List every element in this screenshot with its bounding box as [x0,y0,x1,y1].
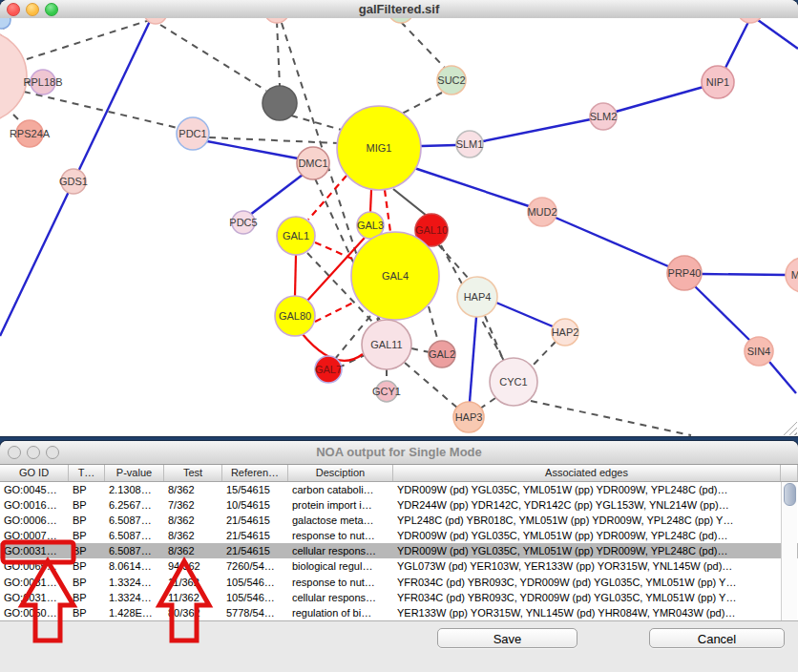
vertical-scrollbar[interactable] [781,482,797,620]
table-cell: 80/362 [164,605,222,620]
node-label: GAL10 [415,224,448,236]
network-edge[interactable] [496,303,553,326]
network-edge[interactable] [13,115,21,122]
table-cell: GO:0050… [0,605,69,620]
zoom-button[interactable] [45,3,58,16]
network-edge[interactable] [480,398,495,409]
column-header-GO ID[interactable]: GO ID [0,465,69,481]
network-edge[interactable] [385,190,390,232]
network-edge[interactable] [315,303,353,322]
table-row[interactable]: GO:0007…BP6.5087…8/36221/54615response t… [0,528,798,543]
table-row[interactable]: GO:0006…BP6.5087…8/36221/54615galactose … [0,513,798,528]
table-cell: 8/362 [164,513,222,528]
table-row[interactable]: GO:0031…BP6.5087…8/36221/54615cellular r… [0,543,798,558]
node-unlabeled[interactable] [388,18,413,23]
network-edge[interactable] [308,176,346,220]
network-edge[interactable] [405,363,458,409]
scrollbar-thumb[interactable] [784,483,796,506]
network-edge[interactable] [370,190,371,212]
network-edge[interactable] [421,145,456,146]
table-cell: 21/54615 [222,513,288,528]
table-cell: biological regul… [288,558,393,574]
column-header-Referen…[interactable]: Referen… [222,465,288,481]
network-edge[interactable] [531,342,556,368]
column-header-T…[interactable]: T… [69,465,105,481]
minimize-button[interactable] [26,3,39,16]
table-cell: BP [69,575,105,590]
network-edge[interactable] [401,22,445,68]
node-unlabeled[interactable] [262,86,297,120]
node-label: RPL18B [24,76,63,88]
network-window-title: galFiltered.sif [0,0,798,18]
table-row[interactable]: GO:0031…BP1.3324…11/362105/546…cellular … [0,590,798,605]
column-header-spacer[interactable] [781,465,798,481]
table-row[interactable]: GO:0031…BP1.3324…11/362105/546…response … [0,575,798,590]
table-cell: YDR009W (pd) YGL035C, YML051W (pp) YDR00… [393,543,781,558]
network-edge[interactable] [250,175,303,215]
table-row[interactable]: GO:0045…BP2.1308…8/36215/54615carbon cat… [0,482,798,497]
network-canvas[interactable]: RPL18BRPS24AGDS1PDC1DMC1SUC2MIG1SLM1SLM2… [0,18,798,436]
network-graph[interactable]: RPL18BRPS24AGDS1PDC1DMC1SUC2MIG1SLM1SLM2… [0,18,798,436]
network-edge[interactable] [414,168,529,206]
column-header-Associated edges[interactable]: Associated edges [393,465,781,481]
table-row[interactable]: GO:0050…BP1.428E…80/3625778/54…regulatio… [0,605,798,620]
node-label: GAL7 [315,364,342,375]
column-header-P-value[interactable]: P-value [105,465,164,481]
network-edge[interactable] [470,317,476,402]
node-label: HAP3 [455,411,483,423]
network-edge[interactable] [483,119,591,141]
network-edge[interactable] [556,218,668,266]
table-cell: GO:0031… [0,575,69,590]
table-cell: protein import i… [288,497,393,513]
node-label: SIN4 [747,346,770,357]
network-edge[interactable] [531,401,691,435]
network-edge[interactable] [277,21,280,86]
close-button[interactable] [7,3,20,16]
network-edge[interactable] [315,242,352,259]
network-edge[interactable] [769,362,796,393]
network-edge[interactable] [207,141,298,158]
network-edge[interactable] [411,348,430,352]
table-cell: 1.3324… [105,590,164,605]
table-cell: BP [69,543,105,558]
save-button[interactable]: Save [437,628,578,648]
network-edge[interactable] [702,274,786,275]
node-unlabeled[interactable] [144,18,167,24]
node-label: MIG1 [367,142,392,154]
network-edge[interactable] [695,286,750,341]
column-header-Desciption[interactable]: Desciption [288,465,393,481]
network-edge[interactable] [160,25,266,91]
network-edge[interactable] [758,20,798,49]
table-cell: YDR009W (pd) YGL035C, YML051W (pp) YDR00… [393,482,781,497]
node-label: PDC1 [178,128,206,139]
zoom-button-inactive[interactable] [46,446,59,459]
table-cell: 2.1308… [105,482,164,497]
network-edge[interactable] [402,93,442,114]
network-edge[interactable] [725,22,748,68]
network-edge[interactable] [295,255,296,296]
close-button-inactive[interactable] [8,446,21,459]
table-cell: 7260/54… [222,558,288,574]
network-edge[interactable] [485,316,504,362]
minimize-button-inactive[interactable] [27,446,40,459]
network-edge[interactable] [393,189,427,216]
node-label: SLM2 [590,111,618,122]
network-edge[interactable] [429,306,438,342]
cancel-button[interactable]: Cancel [649,628,785,648]
table-row[interactable]: GO:0065…BP8.0614…94/3627260/54…biologica… [0,558,798,574]
node-unlabeled[interactable] [264,18,289,23]
table-cell: 6.5087… [105,513,164,528]
table-cell: BP [69,497,105,513]
network-edge[interactable] [616,87,704,112]
table-cell: YFR034C (pd) YBR093C, YDR009W (pd) YGL03… [393,590,781,605]
table-cell: GO:0031… [0,590,69,605]
table-cell: GO:0031… [0,543,69,558]
node-label: RPS24A [10,128,51,139]
column-header-Test[interactable]: Test [164,465,222,481]
node-label: GCY1 [372,386,401,397]
table-cell: 105/546… [222,590,288,605]
node-unlabeled[interactable] [0,18,10,29]
table-row[interactable]: GO:0016…BP6.2567…7/36210/54615protein im… [0,497,798,513]
table-cell: BP [69,605,105,620]
table-cell: YGL073W (pd) YER103W, YER133W (pp) YOR31… [393,558,781,574]
